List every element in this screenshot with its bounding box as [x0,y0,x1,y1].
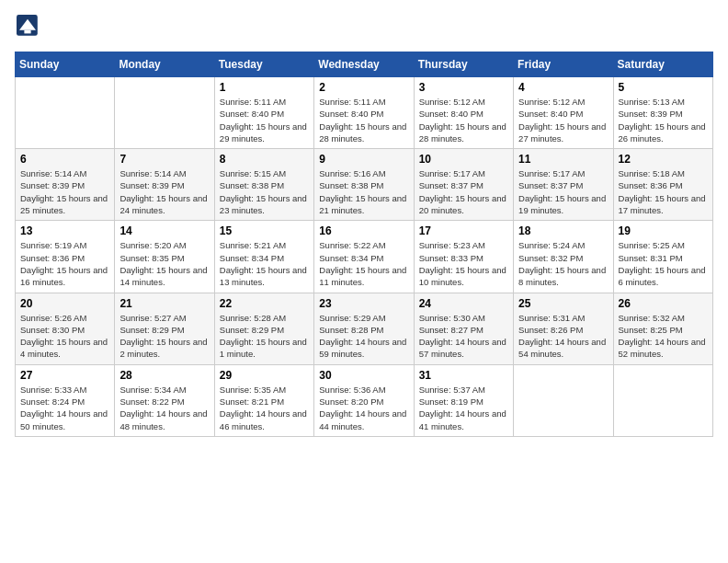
day-number: 15 [220,224,309,237]
day-info: Sunrise: 5:22 AM Sunset: 8:34 PM Dayligh… [319,239,408,288]
day-info: Sunrise: 5:17 AM Sunset: 8:37 PM Dayligh… [419,167,508,216]
calendar-cell: 6Sunrise: 5:14 AM Sunset: 8:39 PM Daylig… [16,149,115,221]
calendar-cell: 23Sunrise: 5:29 AM Sunset: 8:28 PM Dayli… [314,293,414,364]
calendar-cell: 31Sunrise: 5:37 AM Sunset: 8:19 PM Dayli… [414,364,513,436]
calendar-week-4: 20Sunrise: 5:26 AM Sunset: 8:30 PM Dayli… [16,293,713,364]
day-number: 26 [619,297,708,310]
calendar-header-monday: Monday [115,52,214,77]
day-number: 9 [319,153,408,166]
day-number: 17 [419,224,508,237]
day-info: Sunrise: 5:28 AM Sunset: 8:29 PM Dayligh… [220,312,309,361]
calendar-week-5: 27Sunrise: 5:33 AM Sunset: 8:24 PM Dayli… [16,364,713,436]
day-number: 23 [319,297,408,310]
day-number: 31 [419,369,508,382]
day-number: 20 [20,297,109,310]
day-info: Sunrise: 5:11 AM Sunset: 8:40 PM Dayligh… [319,96,408,144]
calendar-cell: 19Sunrise: 5:25 AM Sunset: 8:31 PM Dayli… [613,221,712,293]
day-info: Sunrise: 5:26 AM Sunset: 8:30 PM Dayligh… [20,312,109,361]
page-header [15,15,713,40]
day-info: Sunrise: 5:21 AM Sunset: 8:34 PM Dayligh… [220,239,309,288]
day-info: Sunrise: 5:30 AM Sunset: 8:27 PM Dayligh… [419,312,508,361]
day-info: Sunrise: 5:24 AM Sunset: 8:32 PM Dayligh… [518,239,608,288]
day-info: Sunrise: 5:15 AM Sunset: 8:38 PM Dayligh… [220,167,309,216]
day-number: 5 [619,81,708,94]
calendar-cell [613,364,712,436]
calendar-cell: 27Sunrise: 5:33 AM Sunset: 8:24 PM Dayli… [16,364,115,436]
day-number: 22 [220,297,309,310]
calendar-header-row: SundayMondayTuesdayWednesdayThursdayFrid… [16,52,713,77]
calendar-header-friday: Friday [514,52,613,77]
calendar-cell [115,77,214,149]
calendar-cell: 28Sunrise: 5:34 AM Sunset: 8:22 PM Dayli… [115,364,214,436]
day-number: 19 [619,224,708,237]
logo [15,15,39,40]
calendar-week-1: 1Sunrise: 5:11 AM Sunset: 8:40 PM Daylig… [16,77,713,149]
day-number: 8 [220,153,309,166]
day-info: Sunrise: 5:31 AM Sunset: 8:26 PM Dayligh… [518,312,608,361]
day-info: Sunrise: 5:37 AM Sunset: 8:19 PM Dayligh… [419,384,508,432]
day-number: 2 [319,81,408,94]
calendar-cell [514,364,613,436]
calendar-cell: 1Sunrise: 5:11 AM Sunset: 8:40 PM Daylig… [214,77,313,149]
calendar-header-thursday: Thursday [414,52,513,77]
day-number: 16 [319,224,408,237]
day-number: 11 [518,153,608,166]
calendar-week-3: 13Sunrise: 5:19 AM Sunset: 8:36 PM Dayli… [16,221,713,293]
day-info: Sunrise: 5:35 AM Sunset: 8:21 PM Dayligh… [220,384,309,432]
calendar-header-wednesday: Wednesday [314,52,414,77]
calendar-cell: 17Sunrise: 5:23 AM Sunset: 8:33 PM Dayli… [414,221,513,293]
day-number: 28 [119,369,209,382]
day-number: 3 [419,81,508,94]
svg-rect-2 [24,30,30,34]
calendar-cell: 7Sunrise: 5:14 AM Sunset: 8:39 PM Daylig… [115,149,214,221]
calendar-cell: 10Sunrise: 5:17 AM Sunset: 8:37 PM Dayli… [414,149,513,221]
day-number: 6 [20,153,109,166]
day-number: 18 [518,224,608,237]
day-number: 1 [220,81,309,94]
calendar-cell: 16Sunrise: 5:22 AM Sunset: 8:34 PM Dayli… [314,221,414,293]
day-number: 12 [619,153,708,166]
day-number: 24 [419,297,508,310]
calendar-header-saturday: Saturday [613,52,712,77]
calendar-cell: 18Sunrise: 5:24 AM Sunset: 8:32 PM Dayli… [514,221,613,293]
day-info: Sunrise: 5:36 AM Sunset: 8:20 PM Dayligh… [319,384,408,432]
day-info: Sunrise: 5:14 AM Sunset: 8:39 PM Dayligh… [119,167,209,216]
day-number: 4 [518,81,608,94]
day-info: Sunrise: 5:12 AM Sunset: 8:40 PM Dayligh… [518,96,608,144]
calendar-cell: 24Sunrise: 5:30 AM Sunset: 8:27 PM Dayli… [414,293,513,364]
day-number: 30 [319,369,408,382]
calendar-cell: 9Sunrise: 5:16 AM Sunset: 8:38 PM Daylig… [314,149,414,221]
day-info: Sunrise: 5:11 AM Sunset: 8:40 PM Dayligh… [220,96,309,144]
calendar-cell: 25Sunrise: 5:31 AM Sunset: 8:26 PM Dayli… [514,293,613,364]
calendar-cell: 11Sunrise: 5:17 AM Sunset: 8:37 PM Dayli… [514,149,613,221]
day-info: Sunrise: 5:13 AM Sunset: 8:39 PM Dayligh… [619,96,708,144]
calendar-cell: 15Sunrise: 5:21 AM Sunset: 8:34 PM Dayli… [214,221,313,293]
day-info: Sunrise: 5:32 AM Sunset: 8:25 PM Dayligh… [619,312,708,361]
day-number: 10 [419,153,508,166]
calendar-cell: 22Sunrise: 5:28 AM Sunset: 8:29 PM Dayli… [214,293,313,364]
day-number: 21 [119,297,209,310]
day-number: 27 [20,369,109,382]
day-info: Sunrise: 5:27 AM Sunset: 8:29 PM Dayligh… [119,312,209,361]
logo-icon [17,15,39,37]
calendar-cell: 8Sunrise: 5:15 AM Sunset: 8:38 PM Daylig… [214,149,313,221]
calendar-header-tuesday: Tuesday [214,52,313,77]
calendar-cell: 13Sunrise: 5:19 AM Sunset: 8:36 PM Dayli… [16,221,115,293]
calendar-week-2: 6Sunrise: 5:14 AM Sunset: 8:39 PM Daylig… [16,149,713,221]
day-info: Sunrise: 5:34 AM Sunset: 8:22 PM Dayligh… [119,384,209,432]
day-info: Sunrise: 5:17 AM Sunset: 8:37 PM Dayligh… [518,167,608,216]
day-info: Sunrise: 5:19 AM Sunset: 8:36 PM Dayligh… [20,239,109,288]
calendar-cell: 12Sunrise: 5:18 AM Sunset: 8:36 PM Dayli… [613,149,712,221]
calendar-cell: 30Sunrise: 5:36 AM Sunset: 8:20 PM Dayli… [314,364,414,436]
day-info: Sunrise: 5:20 AM Sunset: 8:35 PM Dayligh… [119,239,209,288]
day-number: 14 [119,224,209,237]
calendar-cell: 20Sunrise: 5:26 AM Sunset: 8:30 PM Dayli… [16,293,115,364]
day-info: Sunrise: 5:16 AM Sunset: 8:38 PM Dayligh… [319,167,408,216]
day-info: Sunrise: 5:18 AM Sunset: 8:36 PM Dayligh… [619,167,708,216]
day-info: Sunrise: 5:29 AM Sunset: 8:28 PM Dayligh… [319,312,408,361]
calendar-cell [16,77,115,149]
day-number: 25 [518,297,608,310]
day-number: 7 [119,153,209,166]
day-info: Sunrise: 5:12 AM Sunset: 8:40 PM Dayligh… [419,96,508,144]
day-info: Sunrise: 5:25 AM Sunset: 8:31 PM Dayligh… [619,239,708,288]
